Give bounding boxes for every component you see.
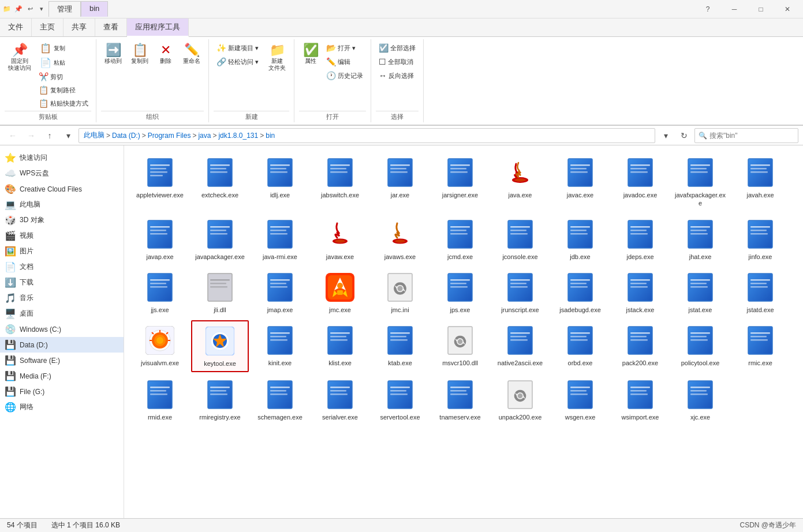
list-item[interactable]: unpack200.exe bbox=[491, 374, 549, 425]
list-item[interactable]: jcmd.exe bbox=[431, 214, 489, 265]
easy-access-button[interactable]: 🔗 轻松访问 ▾ bbox=[214, 55, 262, 68]
list-item[interactable]: javafxpackager.exe bbox=[671, 152, 729, 212]
forward-button[interactable]: → bbox=[23, 128, 39, 144]
list-item[interactable]: rmiregistry.exe bbox=[191, 374, 249, 425]
list-item[interactable]: msvcr100.dll bbox=[431, 320, 489, 372]
list-item[interactable]: orbd.exe bbox=[551, 320, 609, 372]
sidebar-item-winc[interactable]: 💿 Windows (C:) bbox=[0, 321, 124, 337]
sidebar-item-pictures[interactable]: 🖼️ 图片 bbox=[0, 243, 124, 259]
list-item[interactable]: serialver.exe bbox=[311, 374, 369, 425]
list-item[interactable]: jdeps.exe bbox=[611, 214, 669, 265]
address-path[interactable]: 此电脑 > Data (D:) > Program Files > java >… bbox=[79, 128, 655, 143]
list-item[interactable]: wsimport.exe bbox=[611, 374, 669, 425]
list-item[interactable]: kinit.exe bbox=[251, 320, 309, 372]
list-item[interactable]: jvisualvm.exe bbox=[131, 320, 189, 372]
list-item[interactable]: jmc.exe bbox=[311, 267, 369, 318]
up-button[interactable]: ↑ bbox=[42, 128, 58, 144]
path-programfiles[interactable]: Program Files bbox=[148, 132, 191, 140]
new-item-button[interactable]: ✨ 新建项目 ▾ bbox=[214, 42, 262, 54]
minimize-button[interactable]: ─ bbox=[721, 0, 748, 18]
list-item[interactable]: jdb.exe bbox=[551, 214, 609, 265]
list-item[interactable]: jinfo.exe bbox=[731, 214, 789, 265]
list-item[interactable]: pack200.exe bbox=[611, 320, 669, 372]
tab-bin[interactable]: bin bbox=[81, 1, 108, 17]
list-item[interactable]: jmc.ini bbox=[371, 267, 429, 318]
select-all-button[interactable]: ☑️ 全部选择 bbox=[376, 42, 419, 54]
list-item[interactable]: policytool.exe bbox=[671, 320, 729, 372]
deselect-all-button[interactable]: ☐ 全部取消 bbox=[376, 55, 419, 68]
history-button[interactable]: 🕐 历史记录 bbox=[323, 69, 366, 82]
list-item[interactable]: javap.exe bbox=[131, 214, 189, 265]
sidebar-item-3d[interactable]: 🎲 3D 对象 bbox=[0, 212, 124, 228]
list-item[interactable]: xjc.exe bbox=[671, 374, 729, 425]
quick-access-icon[interactable]: 📌 bbox=[14, 5, 23, 14]
path-computer[interactable]: 此电脑 bbox=[84, 130, 104, 140]
list-item[interactable]: extcheck.exe bbox=[191, 152, 249, 212]
list-item[interactable]: jhat.exe bbox=[671, 214, 729, 265]
paste-shortcut-button[interactable]: 📋 粘贴快捷方式 bbox=[36, 97, 91, 110]
list-item[interactable]: javaw.exe bbox=[311, 214, 369, 265]
list-item[interactable]: java.exe bbox=[491, 152, 549, 212]
list-item[interactable]: jarsigner.exe bbox=[431, 152, 489, 212]
list-item[interactable]: javaws.exe bbox=[371, 214, 429, 265]
sidebar-item-desktop[interactable]: 🖥️ 桌面 bbox=[0, 306, 124, 321]
path-jdk[interactable]: jdk1.8.0_131 bbox=[218, 132, 258, 140]
list-item[interactable]: rmic.exe bbox=[731, 320, 789, 372]
list-item[interactable]: servertool.exe bbox=[371, 374, 429, 425]
delete-button[interactable]: ✕ 删除 bbox=[154, 42, 177, 67]
rename-button[interactable]: ✏️ 重命名 bbox=[180, 42, 204, 67]
copy-button[interactable]: 📋 复制 bbox=[36, 42, 91, 55]
search-box[interactable]: 🔍 bbox=[694, 128, 798, 143]
cut-button[interactable]: ✂️ 剪切 bbox=[36, 70, 91, 83]
ribbon-tab-apptool[interactable]: 应用程序工具 bbox=[127, 18, 189, 37]
sidebar-item-computer[interactable]: 💻 此电脑 bbox=[0, 197, 124, 212]
close-button[interactable]: ✕ bbox=[774, 0, 801, 18]
ribbon-tab-file[interactable]: 文件 bbox=[0, 18, 32, 36]
sidebar-item-mediaf[interactable]: 💾 Media (F:) bbox=[0, 368, 124, 384]
list-item[interactable]: wsgen.exe bbox=[551, 374, 609, 425]
new-folder-button[interactable]: 📁 新建文件夹 bbox=[265, 42, 289, 74]
list-item[interactable]: jstatd.exe bbox=[731, 267, 789, 318]
sidebar-item-video[interactable]: 🎬 视频 bbox=[0, 228, 124, 243]
list-item[interactable]: jli.dll bbox=[191, 267, 249, 318]
edit-button[interactable]: ✏️ 编辑 bbox=[323, 55, 366, 68]
sidebar-item-wps[interactable]: ☁️ WPS云盘 bbox=[0, 166, 124, 181]
properties-button[interactable]: ✅ 属性 bbox=[299, 42, 322, 67]
dropdown-icon[interactable]: ▾ bbox=[37, 5, 46, 14]
list-item[interactable]: jstat.exe bbox=[671, 267, 729, 318]
dropdown-path-button[interactable]: ▾ bbox=[60, 128, 76, 144]
list-item[interactable]: idlj.exe bbox=[251, 152, 309, 212]
sidebar-item-creative-cloud[interactable]: 🎨 Creative Cloud Files bbox=[0, 181, 124, 197]
maximize-button[interactable]: □ bbox=[748, 0, 774, 18]
list-item[interactable]: jstack.exe bbox=[611, 267, 669, 318]
list-item[interactable]: schemagen.exe bbox=[251, 374, 309, 425]
path-data[interactable]: Data (D:) bbox=[112, 132, 140, 140]
back-button[interactable]: ← bbox=[5, 128, 21, 144]
move-to-button[interactable]: ➡️ 移动到 bbox=[101, 42, 125, 67]
list-item[interactable]: jar.exe bbox=[371, 152, 429, 212]
sidebar-item-fileg[interactable]: 💾 File (G:) bbox=[0, 384, 124, 399]
path-bin[interactable]: bin bbox=[266, 132, 275, 140]
copy-path-button[interactable]: 📋 复制路径 bbox=[36, 84, 91, 96]
list-item[interactable]: ktab.exe bbox=[371, 320, 429, 372]
sidebar-item-documents[interactable]: 📄 文档 bbox=[0, 259, 124, 275]
list-item[interactable]: jconsole.exe bbox=[491, 214, 549, 265]
open-button[interactable]: 📂 打开 ▾ bbox=[323, 42, 366, 54]
sidebar-item-datad[interactable]: 💾 Data (D:) bbox=[0, 337, 124, 353]
list-item[interactable]: tnameserv.exe bbox=[431, 374, 489, 425]
invert-select-button[interactable]: ↔️ 反向选择 bbox=[376, 69, 419, 82]
list-item[interactable]: javac.exe bbox=[551, 152, 609, 212]
list-item[interactable]: javadoc.exe bbox=[611, 152, 669, 212]
sidebar-item-music[interactable]: 🎵 音乐 bbox=[0, 290, 124, 306]
refresh-button[interactable]: ↻ bbox=[676, 128, 692, 144]
list-item[interactable]: appletviewer.exe bbox=[131, 152, 189, 212]
ribbon-tab-view[interactable]: 查看 bbox=[95, 18, 127, 36]
tab-manage[interactable]: 管理 bbox=[48, 1, 81, 17]
pin-quick-access-button[interactable]: 📌 固定到快速访问 bbox=[5, 42, 35, 74]
list-item[interactable]: javah.exe bbox=[731, 152, 789, 212]
sidebar-item-downloads[interactable]: ⬇️ 下载 bbox=[0, 275, 124, 290]
path-java[interactable]: java bbox=[198, 132, 211, 140]
list-item[interactable]: native2ascii.exe bbox=[491, 320, 549, 372]
list-item[interactable]: jsadebugd.exe bbox=[551, 267, 609, 318]
sidebar-item-quickaccess[interactable]: ⭐ 快速访问 bbox=[0, 150, 124, 166]
